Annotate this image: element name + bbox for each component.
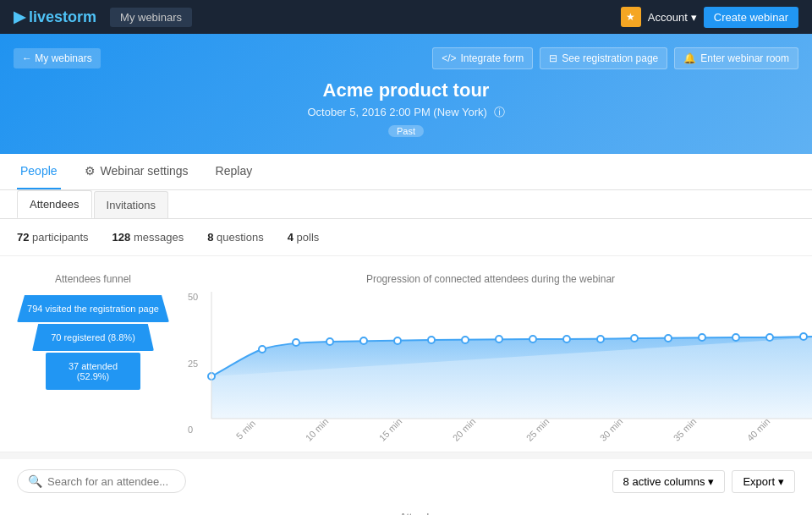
x-label-30min: 30 min [598, 416, 625, 443]
stat-messages: 128 messages [112, 231, 184, 244]
stat-participants: 72 participants [17, 231, 89, 244]
info-icon[interactable]: ⓘ [494, 106, 505, 118]
x-label-35min: 35 min [672, 416, 699, 443]
logo-icon: ▶ [14, 8, 25, 26]
col-attendance-rate: Attendance rate [386, 503, 483, 515]
chevron-down-icon: ▾ [691, 11, 697, 24]
navbar-left: ▶ livestorm My webinars [14, 8, 192, 27]
table-toolbar: 🔍 8 active columns ▾ Export ▾ [0, 459, 812, 503]
chart-point [326, 338, 333, 345]
chart-point [462, 337, 469, 343]
logo: ▶ livestorm [14, 8, 96, 26]
chart-area-bg [211, 337, 812, 419]
main-tabs: People ⚙ Webinar settings Replay [0, 154, 812, 190]
chart-point [631, 335, 638, 342]
hero-topbar: ← My webinars </> Integrate form ⊟ See r… [0, 47, 812, 79]
stat-polls: 4 polls [288, 231, 320, 244]
funnel-layer-3: 37 attended (52.9%) [46, 353, 140, 390]
see-registration-label: See registration page [562, 52, 658, 64]
funnel-title: Attendees funnel [17, 273, 169, 285]
attendees-table: Avatar Name Email Attended Attendance ra… [0, 503, 812, 515]
search-icon: 🔍 [28, 474, 42, 488]
chart-point [597, 336, 604, 342]
webinar-title: Acme product tour [0, 79, 812, 101]
tab-webinar-settings[interactable]: ⚙ Webinar settings [81, 154, 192, 189]
chart-point [394, 337, 401, 344]
attendees-table-section: 🔍 8 active columns ▾ Export ▾ Avatar Nam… [0, 459, 812, 515]
export-button[interactable]: Export ▾ [732, 470, 795, 493]
settings-icon: ⚙ [85, 164, 96, 178]
stat-participants-value: 72 [17, 231, 29, 244]
back-button[interactable]: ← My webinars [14, 48, 101, 68]
tab-webinar-settings-label: Webinar settings [101, 164, 189, 178]
table-controls: 8 active columns ▾ Export ▾ [612, 470, 795, 493]
line-chart: Progression of connected attendees durin… [186, 273, 795, 435]
export-label: Export [743, 475, 775, 488]
chart-x-axis: 5 min 10 min 15 min 20 min 25 min 30 min… [211, 421, 795, 435]
tab-replay[interactable]: Replay [212, 154, 256, 189]
chart-point [259, 346, 266, 353]
chevron-down-icon: ▾ [708, 475, 714, 488]
line-chart-title: Progression of connected attendees durin… [186, 273, 795, 285]
stat-polls-label: polls [297, 231, 320, 244]
subtabs: Attendees Invitations [0, 190, 812, 219]
chart-svg [211, 292, 795, 419]
y-label-50: 50 [188, 292, 198, 302]
subtab-invitations[interactable]: Invitations [94, 191, 169, 218]
x-label-40min: 40 min [745, 416, 772, 443]
search-box[interactable]: 🔍 [17, 469, 186, 493]
subtab-attendees[interactable]: Attendees [17, 190, 92, 218]
export-chevron-icon: ▾ [778, 475, 784, 488]
chart-point [665, 335, 672, 342]
stat-questions-value: 8 [207, 231, 213, 244]
integrate-form-label: Integrate form [461, 52, 524, 64]
chart-y-axis: 50 25 0 [188, 292, 198, 435]
chart-point [699, 334, 705, 341]
table-header-row: Avatar Name Email Attended Attendance ra… [0, 503, 812, 515]
integrate-form-button[interactable]: </> Integrate form [432, 47, 533, 69]
tab-people[interactable]: People [17, 154, 61, 189]
stat-polls-value: 4 [288, 231, 294, 244]
active-columns-button[interactable]: 8 active columns ▾ [612, 470, 726, 493]
x-label-25min: 25 min [524, 416, 551, 443]
chart-point [766, 334, 773, 341]
past-badge: Past [388, 125, 424, 137]
funnel-chart: Attendees funnel 794 visited the registr… [17, 273, 169, 435]
x-label-20min: 20 min [451, 416, 478, 443]
star-button[interactable]: ★ [621, 7, 641, 27]
chart-point [496, 336, 502, 342]
webinar-date: October 5, 2016 2:00 PM (New York) ⓘ [0, 105, 812, 120]
logo-text: livestorm [29, 8, 96, 26]
stat-participants-label: participants [32, 231, 88, 244]
funnel-layer-2: 70 registered (8.8%) [32, 324, 154, 351]
col-referrer: Referrer [706, 503, 812, 515]
stats-bar: 72 participants 128 messages 8 questions… [0, 219, 812, 256]
nav-my-webinars-tab[interactable]: My webinars [110, 8, 192, 27]
stat-questions-label: questions [217, 231, 264, 244]
hero-banner: ← My webinars </> Integrate form ⊟ See r… [0, 34, 812, 154]
enter-room-button[interactable]: 🔔 Enter webinar room [674, 47, 798, 69]
y-label-25: 25 [188, 359, 198, 369]
create-webinar-button[interactable]: Create webinar [704, 7, 798, 28]
registration-icon: ⊟ [549, 52, 557, 64]
navbar-right: ★ Account ▾ Create webinar [621, 7, 798, 28]
charts-section: Attendees funnel 794 visited the registr… [0, 256, 812, 452]
col-attended: Attended [318, 503, 386, 515]
columns-label: 8 active columns [623, 475, 705, 488]
chart-point [529, 336, 536, 342]
col-registration-date: Registration date [557, 503, 706, 515]
stat-questions: 8 questions [207, 231, 264, 244]
account-label: Account [648, 11, 688, 24]
chart-point [800, 333, 807, 340]
chart-point [360, 337, 367, 344]
stat-messages-value: 128 [112, 231, 131, 244]
col-avatar: Avatar [0, 503, 56, 515]
room-icon: 🔔 [683, 52, 696, 64]
account-button[interactable]: Account ▾ [648, 11, 697, 24]
integrate-icon: </> [442, 52, 456, 64]
funnel-layer-1: 794 visited the registration page [17, 295, 169, 322]
search-input[interactable] [47, 475, 175, 488]
see-registration-button[interactable]: ⊟ See registration page [540, 47, 667, 69]
chart-point [563, 336, 570, 342]
date-text: October 5, 2016 2:00 PM (New York) [307, 106, 486, 118]
